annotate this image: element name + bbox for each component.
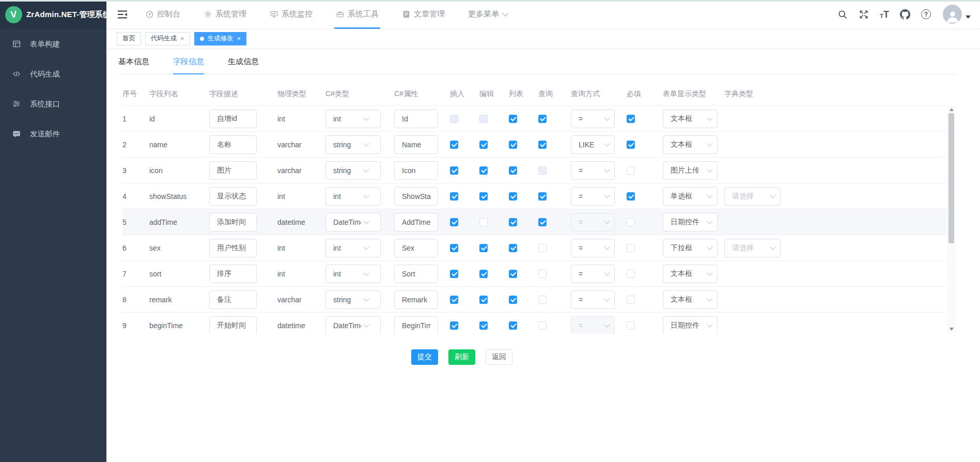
query-checkbox[interactable] — [538, 296, 547, 304]
sidebar-item-send-mail[interactable]: 发送邮件 — [0, 119, 106, 149]
list-checkbox[interactable] — [509, 244, 517, 252]
nav-item-more-menu[interactable]: 更多菜单 — [468, 0, 508, 29]
dict-type-select[interactable]: 请选择 — [724, 239, 781, 257]
edit-checkbox[interactable] — [479, 296, 488, 304]
required-checkbox[interactable] — [627, 270, 635, 278]
required-checkbox[interactable] — [627, 192, 635, 201]
scroll-down-arrow[interactable] — [947, 325, 956, 333]
csharp-type-select[interactable]: string — [325, 161, 381, 180]
query-mode-select[interactable]: = — [571, 110, 615, 128]
list-checkbox[interactable] — [509, 115, 517, 123]
list-checkbox[interactable] — [509, 321, 517, 330]
query-mode-select[interactable]: LIKE — [571, 135, 615, 154]
sidebar-item-form-builder[interactable]: 表单构建 — [0, 29, 106, 59]
close-icon[interactable]: × — [237, 35, 241, 42]
list-checkbox[interactable] — [509, 141, 517, 149]
query-mode-select[interactable]: = — [571, 161, 615, 180]
nav-item-system-tools[interactable]: 系统工具 — [336, 0, 379, 29]
edit-checkbox[interactable] — [479, 244, 488, 252]
display-type-select[interactable]: 单选框 — [663, 187, 718, 206]
tag-generate-edit[interactable]: 生成修改 × — [194, 32, 247, 45]
display-type-select[interactable]: 文本框 — [663, 265, 718, 283]
user-menu[interactable] — [943, 5, 971, 24]
nav-item-system-monitor[interactable]: 系统监控 — [270, 0, 313, 29]
edit-checkbox[interactable] — [479, 192, 488, 201]
display-type-select[interactable]: 图片上传 — [663, 161, 718, 180]
nav-item-console[interactable]: 控制台 — [145, 0, 180, 29]
dict-type-select[interactable]: 请选择 — [724, 187, 781, 206]
csharp-type-select[interactable]: int — [325, 187, 381, 206]
insert-checkbox[interactable] — [450, 270, 458, 278]
tab-generate-info[interactable]: 生成信息 — [228, 57, 259, 74]
edit-checkbox[interactable] — [479, 321, 488, 330]
insert-checkbox[interactable] — [450, 296, 458, 304]
app-logo[interactable]: V ZrAdmin.NET-管理系统 — [0, 0, 106, 29]
csharp-prop-input[interactable]: Id — [394, 110, 438, 128]
csharp-type-select[interactable]: int — [325, 265, 381, 283]
query-checkbox[interactable] — [538, 270, 547, 278]
csharp-prop-input[interactable]: AddTime — [394, 213, 438, 232]
list-checkbox[interactable] — [509, 192, 517, 201]
query-checkbox[interactable] — [538, 218, 547, 226]
required-checkbox[interactable] — [627, 166, 635, 175]
list-checkbox[interactable] — [509, 296, 517, 304]
display-type-select[interactable]: 下拉框 — [663, 239, 718, 257]
scroll-up-arrow[interactable] — [947, 105, 956, 114]
required-checkbox[interactable] — [627, 296, 635, 304]
back-button[interactable]: 返回 — [486, 349, 512, 365]
edit-checkbox[interactable] — [479, 218, 488, 226]
list-checkbox[interactable] — [509, 270, 517, 278]
field-desc-input[interactable]: 名称 — [209, 135, 257, 154]
field-desc-input[interactable]: 用户性别 — [209, 239, 257, 257]
csharp-prop-input[interactable]: ShowStatus — [394, 187, 438, 206]
csharp-prop-input[interactable]: Icon — [394, 161, 438, 180]
github-icon[interactable] — [900, 9, 910, 20]
fullscreen-icon[interactable] — [859, 9, 869, 20]
display-type-select[interactable]: 文本框 — [663, 110, 718, 128]
menu-fold-icon[interactable] — [117, 9, 128, 20]
nav-item-system-manage[interactable]: 系统管理 — [204, 0, 246, 29]
font-size-icon[interactable]: TT — [880, 10, 889, 19]
refresh-button[interactable]: 刷新 — [448, 349, 475, 365]
nav-item-article-manage[interactable]: 文章管理 — [402, 0, 445, 29]
list-checkbox[interactable] — [509, 166, 517, 175]
query-checkbox[interactable] — [538, 321, 547, 330]
display-type-select[interactable]: 文本框 — [663, 290, 718, 309]
field-desc-input[interactable]: 显示状态 — [209, 187, 257, 206]
query-checkbox[interactable] — [538, 115, 547, 123]
query-mode-select[interactable]: = — [571, 290, 615, 309]
display-type-select[interactable]: 日期控件 — [663, 213, 718, 232]
help-icon[interactable]: ? — [921, 9, 931, 19]
insert-checkbox[interactable] — [450, 141, 458, 149]
tab-basic-info[interactable]: 基本信息 — [118, 57, 149, 74]
list-checkbox[interactable] — [509, 218, 517, 226]
field-desc-input[interactable]: 自增id — [209, 110, 257, 128]
tag-code-generate[interactable]: 代码生成 × — [145, 32, 190, 45]
csharp-prop-input[interactable]: BeginTime — [394, 316, 438, 334]
insert-checkbox[interactable] — [450, 321, 458, 330]
field-desc-input[interactable]: 备注 — [209, 290, 257, 309]
csharp-prop-input[interactable]: Sex — [394, 239, 438, 257]
query-mode-select[interactable]: = — [571, 187, 615, 206]
required-checkbox[interactable] — [627, 321, 635, 330]
required-checkbox[interactable] — [627, 218, 635, 226]
insert-checkbox[interactable] — [450, 166, 458, 175]
csharp-type-select[interactable]: int — [325, 110, 381, 128]
csharp-type-select[interactable]: DateTime — [325, 213, 381, 232]
insert-checkbox[interactable] — [450, 192, 458, 201]
csharp-prop-input[interactable]: Sort — [394, 265, 438, 283]
close-icon[interactable]: × — [180, 35, 184, 42]
required-checkbox[interactable] — [627, 244, 635, 252]
query-checkbox[interactable] — [538, 192, 547, 201]
display-type-select[interactable]: 文本框 — [663, 135, 718, 154]
csharp-prop-input[interactable]: Name — [394, 135, 438, 154]
tab-field-info[interactable]: 字段信息 — [173, 57, 204, 74]
csharp-type-select[interactable]: string — [325, 290, 381, 309]
csharp-type-select[interactable]: DateTime — [325, 316, 381, 334]
field-desc-input[interactable]: 开始时间 — [209, 316, 257, 334]
query-checkbox[interactable] — [538, 244, 547, 252]
csharp-prop-input[interactable]: Remark — [394, 290, 438, 309]
insert-checkbox[interactable] — [450, 218, 458, 226]
field-desc-input[interactable]: 图片 — [209, 161, 257, 180]
required-checkbox[interactable] — [627, 141, 635, 149]
